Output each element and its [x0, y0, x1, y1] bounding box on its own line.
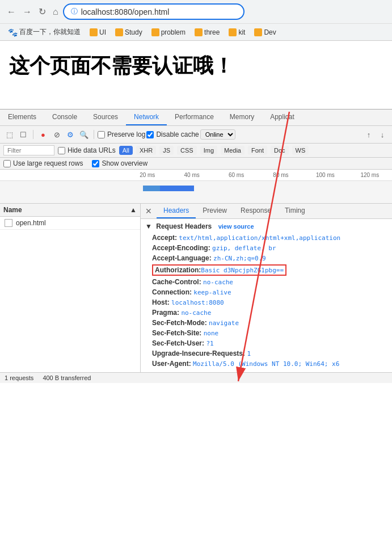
filter-type-ws[interactable]: WS — [292, 146, 309, 155]
header-pragma: Pragma: no-cache — [145, 308, 387, 318]
header-val-accept-encoding: gzip, deflate, br — [212, 245, 276, 252]
address-bar[interactable]: ⓘ localhost:8080/open.html — [63, 3, 245, 20]
devtools-panel: Elements Console Sources Network Perform… — [0, 109, 392, 383]
bookmark-three-label: three — [204, 28, 220, 36]
large-rows-checkbox[interactable]: Use large request rows — [3, 159, 83, 167]
request-headers-title[interactable]: ▼ Request Headers view source — [145, 222, 387, 230]
header-key-connection: Connection: — [152, 288, 192, 296]
mobile-icon-btn[interactable]: ☐ — [17, 128, 29, 141]
tab-network[interactable]: Network — [126, 110, 167, 125]
search-icon-btn[interactable]: 🔍 — [78, 128, 90, 141]
throttle-select[interactable]: Online — [200, 129, 235, 140]
show-overview-checkbox[interactable]: Show overview — [92, 159, 147, 167]
filter-type-doc[interactable]: Doc — [271, 146, 289, 155]
header-key-sec-fetch-site: Sec-Fetch-Site: — [152, 329, 201, 337]
filter-type-xhr[interactable]: XHR — [136, 146, 156, 155]
show-overview-input[interactable] — [92, 160, 99, 167]
tab-application[interactable]: Applicat — [262, 110, 302, 125]
preserve-log-input[interactable] — [98, 131, 105, 138]
detail-tab-preview[interactable]: Preview — [196, 204, 234, 218]
header-key-authorization: Authorization: — [155, 266, 201, 274]
header-val-host: localhost:8080 — [171, 299, 224, 306]
filter-input[interactable] — [3, 145, 54, 155]
hide-data-urls-label: Hide data URLs — [68, 146, 116, 154]
request-list-header: Name ▲ — [0, 204, 140, 217]
header-user-agent: User-Agent: Mozilla/5.0 (Windows NT 10.0… — [145, 359, 387, 369]
view-source-link[interactable]: view source — [218, 223, 254, 230]
address-text: localhost:8080/open.html — [81, 7, 170, 16]
stop-btn[interactable]: ⊘ — [50, 128, 63, 141]
bookmark-study-label: Study — [125, 28, 142, 36]
header-cache-control: Cache-Control: no-cache — [145, 277, 387, 287]
large-rows-input[interactable] — [3, 160, 11, 167]
timeline-label-60ms: 60 ms — [214, 172, 258, 178]
filter-type-css[interactable]: CSS — [177, 146, 197, 155]
header-key-sec-fetch-user: Sec-Fetch-User: — [152, 339, 204, 347]
preserve-log-checkbox[interactable]: Preserve log — [98, 130, 145, 138]
timeline-label-20ms: 20 ms — [125, 172, 170, 178]
tab-memory[interactable]: Memory — [222, 110, 262, 125]
hide-data-urls-checkbox[interactable]: Hide data URLs — [58, 146, 116, 154]
header-key-host: Host: — [152, 298, 170, 306]
tab-elements[interactable]: Elements — [0, 110, 44, 125]
page-heading: 这个页面不需要认证哦！ — [9, 52, 383, 80]
timeline-label-100ms: 100 ms — [303, 172, 347, 178]
timeline-bar-connect — [160, 186, 194, 191]
bookmark-problem[interactable]: problem — [148, 27, 189, 37]
triangle-icon: ▼ — [145, 222, 152, 230]
header-upgrade-insecure: Upgrade-Insecure-Requests: 1 — [145, 348, 387, 359]
timeline-bar-dns — [143, 186, 160, 191]
upload-icon-btn[interactable]: ↑ — [363, 128, 375, 141]
preserve-log-label: Preserve log — [107, 130, 145, 138]
filter-type-all[interactable]: All — [119, 146, 133, 155]
header-key-accept-encoding: Accept-Encoding: — [152, 244, 210, 252]
section-title-text: Request Headers — [156, 222, 212, 230]
filter-type-font[interactable]: Font — [248, 146, 267, 155]
forward-button[interactable]: → — [20, 5, 34, 19]
detail-tabs: ✕ Headers Preview Response Timing — [141, 204, 392, 219]
header-key-accept-language: Accept-Language: — [152, 254, 212, 262]
detail-tab-response[interactable]: Response — [234, 204, 278, 218]
request-item-openhtml[interactable]: open.html — [0, 217, 140, 230]
header-authorization: Authorization: Basic d3NpcjphZG1pbg== — [145, 263, 387, 277]
file-icon — [5, 219, 12, 227]
header-key-sec-fetch-mode: Sec-Fetch-Mode: — [152, 319, 207, 327]
tab-console[interactable]: Console — [44, 110, 85, 125]
disable-cache-checkbox[interactable]: Disable cache — [146, 130, 199, 138]
header-val-sec-fetch-site: none — [204, 330, 219, 337]
detail-tab-timing[interactable]: Timing — [278, 204, 312, 218]
disable-cache-label: Disable cache — [156, 130, 199, 138]
header-key-user-agent: User-Agent: — [152, 360, 191, 368]
bookmark-ui[interactable]: UI — [86, 27, 109, 37]
close-detail-btn[interactable]: ✕ — [141, 204, 157, 218]
filter-type-js[interactable]: JS — [159, 146, 174, 155]
folder-icon-ui — [90, 28, 98, 36]
disable-cache-input[interactable] — [146, 131, 154, 138]
filter-icon-btn[interactable]: ⚙ — [64, 128, 77, 141]
sort-icon[interactable]: ▲ — [130, 206, 137, 214]
header-key-accept: Accept: — [152, 234, 177, 242]
devtools-controls: ⬚ ☐ ● ⊘ ⚙ 🔍 Preserve log Disable cache O… — [0, 126, 392, 144]
tab-sources[interactable]: Sources — [85, 110, 126, 125]
timeline: 20 ms 40 ms 60 ms 80 ms 100 ms 120 ms — [0, 170, 392, 204]
bookmark-baidu[interactable]: 🐾 百度一下，你就知道 — [5, 26, 84, 38]
bookmark-three[interactable]: three — [191, 27, 223, 37]
tab-performance[interactable]: Performance — [167, 110, 222, 125]
folder-icon-dev — [254, 28, 262, 36]
refresh-button[interactable]: ↻ — [36, 4, 48, 19]
filter-type-media[interactable]: Media — [221, 146, 245, 155]
hide-data-urls-input[interactable] — [58, 147, 65, 154]
bookmark-study[interactable]: Study — [112, 27, 146, 37]
header-val-sec-fetch-user: ?1 — [206, 340, 213, 347]
header-host: Host: localhost:8080 — [145, 297, 387, 308]
record-btn[interactable]: ● — [37, 128, 49, 141]
download-icon-btn[interactable]: ↓ — [376, 128, 389, 141]
bookmark-dev[interactable]: Dev — [251, 27, 279, 37]
header-val-accept: text/html,application/xhtml+xml,applicat… — [179, 234, 340, 242]
filter-type-img[interactable]: Img — [200, 146, 217, 155]
detail-tab-headers[interactable]: Headers — [157, 204, 196, 218]
back-button[interactable]: ← — [5, 5, 18, 19]
bookmark-kit[interactable]: kit — [225, 27, 248, 37]
cursor-icon-btn[interactable]: ⬚ — [3, 128, 16, 141]
home-button[interactable]: ⌂ — [50, 5, 61, 19]
